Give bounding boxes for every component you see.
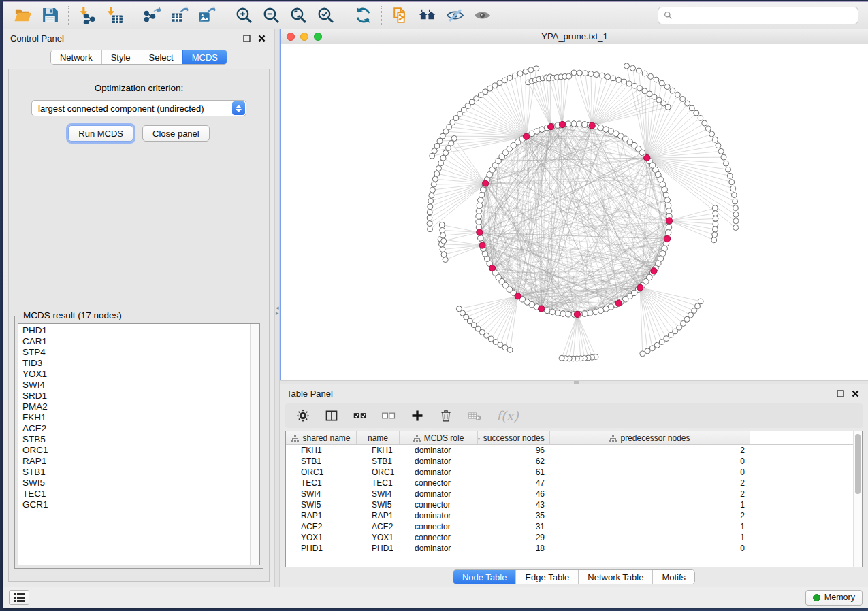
- table-row-YOX1[interactable]: YOX1YOX1connector291: [286, 532, 853, 543]
- network-node[interactable]: [477, 197, 483, 203]
- network-hub-node[interactable]: [666, 218, 672, 224]
- hide-selected-icon[interactable]: [441, 4, 468, 27]
- network-node[interactable]: [582, 122, 588, 128]
- delete-columns-icon[interactable]: [439, 409, 453, 423]
- cell-shared_name[interactable]: STB1: [286, 457, 357, 466]
- network-node[interactable]: [640, 351, 645, 357]
- cell-name[interactable]: ACE2: [357, 522, 400, 531]
- network-node[interactable]: [680, 96, 686, 101]
- network-node[interactable]: [440, 247, 445, 252]
- network-node[interactable]: [476, 214, 482, 220]
- mcds-result-item[interactable]: STB1: [22, 467, 250, 478]
- mcds-list-scrollbar[interactable]: [250, 324, 259, 565]
- network-node[interactable]: [571, 121, 577, 127]
- network-node[interactable]: [713, 221, 718, 227]
- cell-shared_name[interactable]: YOX1: [286, 533, 357, 542]
- cell-predecessors[interactable]: 1: [550, 533, 750, 542]
- network-node[interactable]: [731, 193, 737, 198]
- zoom-fit-icon[interactable]: [285, 4, 312, 27]
- network-node[interactable]: [733, 218, 739, 224]
- table-tab-node-table[interactable]: Node Table: [453, 570, 516, 584]
- table-tab-network-table[interactable]: Network Table: [578, 570, 652, 584]
- network-node[interactable]: [594, 72, 599, 78]
- import-table-icon[interactable]: [101, 4, 128, 27]
- network-hub-node[interactable]: [515, 293, 521, 299]
- network-node[interactable]: [630, 65, 636, 71]
- cell-successors[interactable]: 47: [478, 478, 550, 488]
- mcds-result-item[interactable]: ORC1: [22, 445, 250, 456]
- close-panel-button[interactable]: Close panel: [142, 125, 210, 142]
- column-header-role[interactable]: MCDS role: [400, 431, 478, 444]
- add-column-icon[interactable]: [411, 409, 424, 423]
- cell-role[interactable]: dominator: [400, 544, 478, 553]
- network-node[interactable]: [428, 227, 433, 232]
- network-node[interactable]: [622, 79, 627, 84]
- column-header-predecessors[interactable]: predecessor nodes: [550, 431, 750, 444]
- network-node[interactable]: [723, 161, 728, 166]
- table-row-PHD1[interactable]: PHD1PHD1dominator180: [286, 543, 853, 554]
- network-node[interactable]: [549, 309, 556, 315]
- network-node[interactable]: [555, 310, 561, 316]
- cell-predecessors[interactable]: 2: [550, 478, 750, 488]
- network-node[interactable]: [705, 126, 711, 131]
- network-node[interactable]: [642, 71, 647, 76]
- network-node[interactable]: [560, 311, 566, 317]
- network-hub-node[interactable]: [637, 284, 643, 291]
- column-header-successors[interactable]: successor nodes: [478, 431, 550, 444]
- minimize-window-icon[interactable]: [300, 33, 308, 41]
- network-node[interactable]: [709, 131, 715, 137]
- cell-predecessors[interactable]: 2: [550, 446, 750, 455]
- network-node[interactable]: [429, 193, 434, 198]
- column-header-shared_name[interactable]: shared name: [286, 431, 357, 444]
- network-node[interactable]: [583, 71, 588, 76]
- cell-name[interactable]: TEC1: [357, 478, 400, 488]
- network-node[interactable]: [492, 83, 498, 88]
- network-node[interactable]: [664, 84, 670, 89]
- table-row-SWI4[interactable]: SWI4SWI4dominator462: [286, 489, 853, 499]
- network-node[interactable]: [588, 71, 594, 76]
- cell-successors[interactable]: 62: [478, 457, 550, 466]
- network-node[interactable]: [663, 192, 669, 198]
- network-node[interactable]: [659, 80, 664, 86]
- cell-role[interactable]: connector: [400, 478, 478, 488]
- network-node[interactable]: [626, 81, 632, 86]
- table-row-ACE2[interactable]: ACE2ACE2connector311: [286, 521, 853, 532]
- cell-predecessors[interactable]: 2: [550, 489, 750, 499]
- network-node[interactable]: [441, 252, 447, 257]
- network-node[interactable]: [566, 311, 572, 317]
- cell-role[interactable]: connector: [400, 522, 478, 531]
- deselect-checkboxes-icon[interactable]: [382, 409, 396, 423]
- network-node[interactable]: [636, 68, 641, 73]
- cell-predecessors[interactable]: 1: [550, 500, 750, 510]
- table-row-STB1[interactable]: STB1STB1dominator620: [286, 456, 853, 467]
- network-node[interactable]: [729, 180, 735, 185]
- column-header-name[interactable]: name: [357, 431, 400, 444]
- cell-role[interactable]: connector: [400, 533, 478, 542]
- network-hub-node[interactable]: [644, 154, 650, 161]
- mcds-result-item[interactable]: TID3: [22, 358, 250, 369]
- network-node[interactable]: [443, 150, 449, 156]
- network-node[interactable]: [476, 219, 482, 225]
- network-node[interactable]: [712, 232, 718, 237]
- table-settings-icon[interactable]: [296, 409, 310, 423]
- network-hub-node[interactable]: [651, 268, 657, 274]
- network-node[interactable]: [624, 63, 629, 69]
- export-table-icon[interactable]: [165, 4, 193, 27]
- zoom-out-icon[interactable]: [257, 4, 285, 27]
- equation-builder-icon[interactable]: f(x): [496, 408, 519, 423]
- network-node[interactable]: [428, 204, 433, 210]
- table-row-ORC1[interactable]: ORC1ORC1dominator610: [286, 467, 853, 478]
- network-node[interactable]: [428, 199, 434, 204]
- cell-predecessors[interactable]: 2: [550, 511, 750, 521]
- close-panel-icon[interactable]: [255, 32, 268, 44]
- network-node[interactable]: [712, 227, 718, 232]
- network-node[interactable]: [716, 143, 721, 148]
- mcds-result-item[interactable]: FKH1: [22, 412, 250, 423]
- network-node[interactable]: [649, 346, 655, 351]
- cell-name[interactable]: SWI4: [357, 489, 400, 499]
- network-node[interactable]: [616, 77, 622, 82]
- network-node[interactable]: [432, 176, 438, 182]
- cell-role[interactable]: dominator: [400, 511, 478, 521]
- network-hub-node[interactable]: [523, 133, 529, 139]
- split-panel-icon[interactable]: [325, 409, 338, 423]
